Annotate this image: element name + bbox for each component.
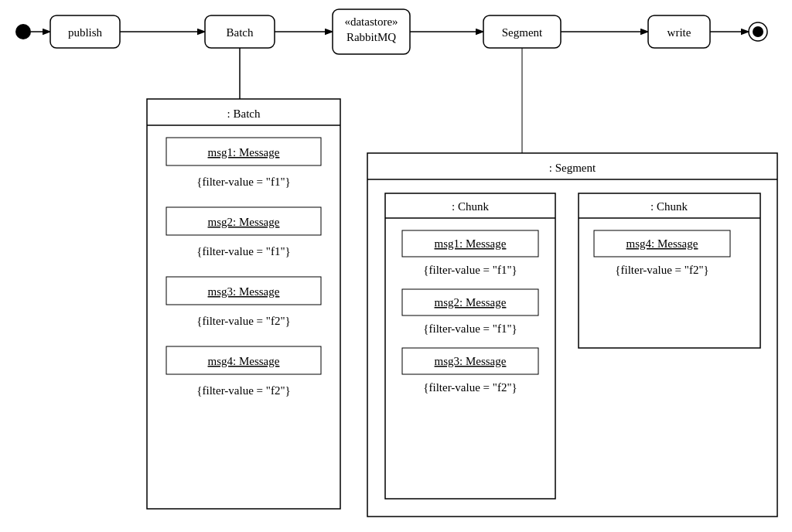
batch-msg1-constraint: {filter-value = "f1"} (196, 176, 290, 188)
chunk1-msg3-constraint: {filter-value = "f2"} (423, 381, 517, 394)
chunk1-msg1-constraint: {filter-value = "f1"} (423, 264, 517, 276)
rabbitmq-label: RabbitMQ (346, 31, 396, 43)
write-label: write (667, 26, 691, 39)
segment-object-title: : Segment (549, 162, 596, 174)
chunk1-msg2-label: msg2: Message (435, 296, 507, 309)
chunk2-title: : Chunk (650, 200, 688, 213)
uml-diagram: publish Batch «datastore» RabbitMQ Segme… (0, 0, 792, 532)
chunk1-msg1-label: msg1: Message (435, 237, 507, 250)
batch-msg4-label: msg4: Message (208, 355, 280, 367)
rabbitmq-stereo: «datastore» (344, 15, 398, 28)
end-node-dot (753, 26, 763, 37)
batch-msg3-label: msg3: Message (208, 285, 280, 298)
batch-msg2-constraint: {filter-value = "f1"} (196, 245, 290, 257)
chunk2-msg4-label: msg4: Message (626, 237, 698, 250)
start-node (15, 24, 31, 39)
batch-msg2-label: msg2: Message (208, 216, 280, 228)
segment-flow-label: Segment (502, 26, 543, 39)
batch-msg4-constraint: {filter-value = "f2"} (196, 384, 290, 397)
batch-flow-label: Batch (227, 26, 254, 39)
chunk1-msg3-label: msg3: Message (435, 355, 507, 367)
batch-object-title: : Batch (227, 107, 261, 120)
batch-msg3-constraint: {filter-value = "f2"} (196, 315, 290, 327)
chunk1-msg2-constraint: {filter-value = "f1"} (423, 322, 517, 335)
chunk2-msg4-constraint: {filter-value = "f2"} (615, 264, 708, 276)
chunk1-title: : Chunk (452, 200, 489, 213)
publish-label: publish (68, 26, 103, 39)
batch-msg1-label: msg1: Message (208, 146, 280, 159)
